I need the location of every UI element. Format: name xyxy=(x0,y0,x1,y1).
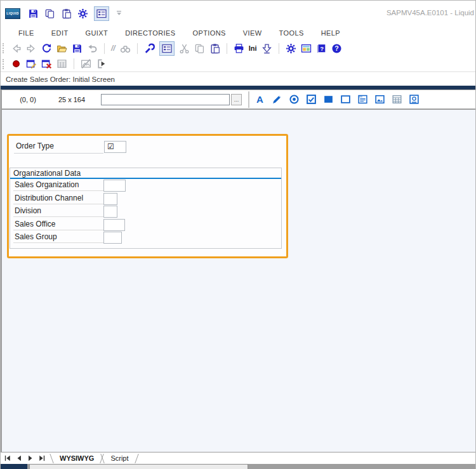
undo-icon[interactable] xyxy=(87,43,98,54)
delete-screen-icon[interactable] xyxy=(41,58,52,69)
cut-icon[interactable] xyxy=(179,43,190,54)
sales-group-field[interactable] xyxy=(103,232,122,244)
design-canvas[interactable]: Order Type ☑ Organizational Data Sales O… xyxy=(1,110,475,452)
tab-navigation xyxy=(1,455,51,461)
pushbutton-tool-icon[interactable] xyxy=(323,94,334,105)
refresh-icon[interactable] xyxy=(41,43,52,54)
organizational-data-groupbox: Organizational Data Sales Organization D… xyxy=(10,168,282,249)
open-folder-icon[interactable] xyxy=(56,43,67,54)
screen-elements-icon[interactable] xyxy=(94,6,109,21)
toolbar-grip[interactable] xyxy=(3,43,5,53)
toolbar-separator xyxy=(248,91,249,108)
menu-edit[interactable]: EDIT xyxy=(51,29,69,37)
form-row: Sales Organization xyxy=(10,179,281,192)
prev-tab-icon[interactable] xyxy=(16,455,22,461)
table-tool-icon[interactable] xyxy=(392,94,402,105)
image-tool-icon[interactable] xyxy=(374,94,385,105)
menu-help[interactable]: HELP xyxy=(321,29,340,37)
form-row: Division xyxy=(10,205,281,218)
comment-icon[interactable]: // xyxy=(111,44,116,53)
svg-text:?: ? xyxy=(320,45,324,51)
control-tool-icon[interactable] xyxy=(409,94,420,105)
browse-button[interactable]: ... xyxy=(231,94,242,105)
next-tab-icon[interactable] xyxy=(27,455,34,461)
app-logo-icon: LIQUID xyxy=(5,8,20,19)
menu-guixt[interactable]: GUIXT xyxy=(86,29,109,37)
scrollbar-corner xyxy=(1,464,27,469)
menu-tools[interactable]: TOOLS xyxy=(279,29,304,37)
binoculars-icon[interactable] xyxy=(120,43,131,54)
toolbar-separator xyxy=(74,58,74,69)
distribution-channel-field[interactable] xyxy=(103,193,117,205)
ini-icon[interactable]: Ini xyxy=(249,44,257,52)
print-icon[interactable] xyxy=(234,43,244,54)
toolbar-separator xyxy=(279,43,279,54)
designer-window: LIQUID SAPMV45A.E0101 - Liquid FILE EDIT… xyxy=(0,0,476,469)
selection-outline[interactable]: Order Type ☑ Organizational Data Sales O… xyxy=(7,134,288,258)
title-bar: LIQUID SAPMV45A.E0101 - Liquid xyxy=(1,1,475,26)
sales-office-field[interactable] xyxy=(103,219,125,231)
save-icon[interactable] xyxy=(72,43,83,54)
paste-icon[interactable] xyxy=(209,43,220,54)
coordinate-bar: (0, 0) 25 x 164 ... A xyxy=(1,89,475,110)
drawing-toolbar: A xyxy=(255,94,420,105)
checkbox-tool-icon[interactable] xyxy=(306,94,317,105)
scrollbar-thumb[interactable] xyxy=(29,464,248,469)
text-tool-icon[interactable]: A xyxy=(255,94,265,105)
screen-title: Create Sales Order: Initial Screen xyxy=(1,72,475,86)
element-text-input[interactable] xyxy=(101,94,230,105)
last-tab-icon[interactable] xyxy=(39,455,45,461)
sales-organization-field[interactable] xyxy=(103,180,126,192)
pencil-tool-icon[interactable] xyxy=(272,94,282,105)
help-book-icon[interactable]: ? xyxy=(316,43,327,54)
copy-icon[interactable] xyxy=(44,8,55,19)
quick-access-toolbar xyxy=(28,6,124,21)
copy-icon[interactable] xyxy=(194,43,205,54)
forward-arrow-icon[interactable] xyxy=(26,43,37,54)
form-row: Sales Group xyxy=(10,231,281,244)
sales-organization-label: Sales Organization xyxy=(13,180,103,191)
no-image-icon[interactable] xyxy=(81,58,91,69)
required-check-icon: ☑ xyxy=(107,142,114,151)
menu-bar: FILE EDIT GUIXT DIRECTORIES OPTIONS VIEW… xyxy=(1,26,475,40)
box-tool-icon[interactable] xyxy=(340,94,351,105)
toolbar-overflow-icon[interactable] xyxy=(115,9,124,18)
grid-window-icon[interactable] xyxy=(56,58,67,69)
back-arrow-icon[interactable] xyxy=(11,43,22,54)
svg-text:?: ? xyxy=(334,44,338,52)
form-row: Sales Office xyxy=(10,218,281,232)
order-type-label: Order Type xyxy=(14,142,103,154)
wrench-icon[interactable] xyxy=(144,43,155,54)
bottom-tab-bar: WYSIWYG Script xyxy=(1,452,475,464)
order-type-field[interactable]: ☑ xyxy=(104,141,126,153)
groupbox-title: Organizational Data xyxy=(10,168,281,179)
cursor-position: (0, 0) xyxy=(8,96,48,103)
toolbar-separator xyxy=(137,43,138,54)
gear-icon[interactable] xyxy=(77,8,88,19)
main-toolbar: // Ini ? ? xyxy=(1,40,475,56)
first-tab-icon[interactable] xyxy=(4,455,11,461)
download-icon[interactable] xyxy=(261,43,272,54)
about-icon[interactable]: ? xyxy=(331,43,342,54)
gear-icon[interactable] xyxy=(286,43,296,54)
record-icon[interactable] xyxy=(11,58,22,69)
menu-options[interactable]: OPTIONS xyxy=(193,29,226,37)
radiobutton-tool-icon[interactable] xyxy=(289,94,300,105)
textbox-tool-icon[interactable] xyxy=(357,94,368,105)
menu-directories[interactable]: DIRECTORIES xyxy=(125,29,175,37)
toolbar-grip[interactable] xyxy=(3,59,5,69)
horizontal-scrollbar[interactable] xyxy=(1,464,475,469)
edit-screen-icon[interactable] xyxy=(26,58,37,69)
exit-screen-icon[interactable] xyxy=(96,58,107,69)
menu-file[interactable]: FILE xyxy=(18,29,34,37)
tab-script[interactable]: Script xyxy=(103,452,136,464)
distribution-channel-label: Distribution Channel xyxy=(13,194,103,204)
screen-elements-icon[interactable] xyxy=(159,41,175,56)
paste-icon[interactable] xyxy=(61,8,72,19)
tab-wysiwyg[interactable]: WYSIWYG xyxy=(52,452,102,464)
division-field[interactable] xyxy=(103,206,117,218)
menu-view[interactable]: VIEW xyxy=(243,29,262,37)
screen-view-icon[interactable] xyxy=(301,43,312,54)
save-icon[interactable] xyxy=(28,8,39,19)
sales-office-label: Sales Office xyxy=(13,220,103,230)
